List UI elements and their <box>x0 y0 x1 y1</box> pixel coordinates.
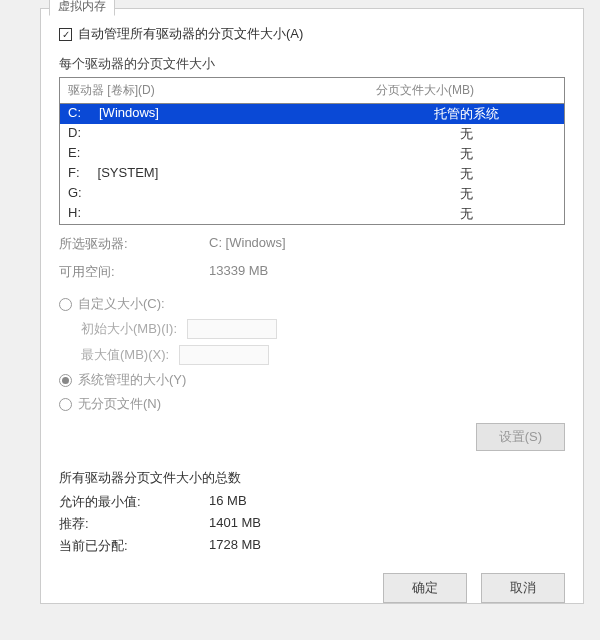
drive-list: 驱动器 [卷标](D) 分页文件大小(MB) C:[Windows]托管的系统D… <box>59 77 565 225</box>
custom-size-label: 自定义大小(C): <box>78 295 165 313</box>
drive-paging-size: 无 <box>376 205 556 223</box>
drive-letter: D: <box>68 125 81 143</box>
drive-letter: F: <box>68 165 80 183</box>
drive-list-item[interactable]: G:无 <box>60 184 564 204</box>
drive-letter: H: <box>68 205 81 223</box>
size-options: 自定义大小(C): 初始大小(MB)(I): 最大值(MB)(X): 系统管理的… <box>59 295 565 413</box>
checkbox-icon: ✓ <box>59 28 72 41</box>
radio-icon <box>59 374 72 387</box>
drive-volume-label: [Windows] <box>99 105 159 123</box>
recommended-label: 推荐: <box>59 515 209 533</box>
initial-size-input[interactable] <box>187 319 277 339</box>
radio-custom-size[interactable]: 自定义大小(C): <box>59 295 565 313</box>
radio-icon <box>59 298 72 311</box>
auto-manage-label: 自动管理所有驱动器的分页文件大小(A) <box>78 25 303 43</box>
totals-header: 所有驱动器分页文件大小的总数 <box>59 469 565 487</box>
max-size-input[interactable] <box>179 345 269 365</box>
currently-allocated-value: 1728 MB <box>209 537 261 555</box>
drive-list-item[interactable]: C:[Windows]托管的系统 <box>60 104 564 124</box>
radio-system-managed[interactable]: 系统管理的大小(Y) <box>59 371 565 389</box>
virtual-memory-dialog: 虚拟内存 ✓ 自动管理所有驱动器的分页文件大小(A) 每个驱动器的分页文件大小 … <box>40 8 584 604</box>
auto-manage-checkbox-row[interactable]: ✓ 自动管理所有驱动器的分页文件大小(A) <box>59 25 565 43</box>
drive-letter: E: <box>68 145 80 163</box>
cancel-button[interactable]: 取消 <box>481 573 565 603</box>
drive-paging-size: 无 <box>376 125 556 143</box>
drive-list-item[interactable]: F:[SYSTEM]无 <box>60 164 564 184</box>
drive-paging-size: 无 <box>376 185 556 203</box>
drive-letter: G: <box>68 185 82 203</box>
min-allowed-label: 允许的最小值: <box>59 493 209 511</box>
each-drive-label: 每个驱动器的分页文件大小 <box>59 55 565 73</box>
drive-list-item[interactable]: D:无 <box>60 124 564 144</box>
ok-button[interactable]: 确定 <box>383 573 467 603</box>
max-size-label: 最大值(MB)(X): <box>81 346 169 364</box>
radio-icon <box>59 398 72 411</box>
radio-no-paging[interactable]: 无分页文件(N) <box>59 395 565 413</box>
header-drive: 驱动器 [卷标](D) <box>68 82 376 99</box>
drive-paging-size: 无 <box>376 145 556 163</box>
free-space-label: 可用空间: <box>59 263 209 281</box>
totals-section: 所有驱动器分页文件大小的总数 允许的最小值: 16 MB 推荐: 1401 MB… <box>59 469 565 555</box>
drive-list-header: 驱动器 [卷标](D) 分页文件大小(MB) <box>60 78 564 103</box>
drive-list-item[interactable]: E:无 <box>60 144 564 164</box>
drive-paging-size: 托管的系统 <box>376 105 556 123</box>
header-size: 分页文件大小(MB) <box>376 82 556 99</box>
currently-allocated-label: 当前已分配: <box>59 537 209 555</box>
recommended-value: 1401 MB <box>209 515 261 533</box>
selected-drive-label: 所选驱动器: <box>59 235 209 253</box>
min-allowed-value: 16 MB <box>209 493 247 511</box>
tab-virtual-memory[interactable]: 虚拟内存 <box>49 0 115 16</box>
set-button[interactable]: 设置(S) <box>476 423 565 451</box>
no-paging-label: 无分页文件(N) <box>78 395 161 413</box>
initial-size-label: 初始大小(MB)(I): <box>81 320 177 338</box>
drive-list-item[interactable]: H:无 <box>60 204 564 224</box>
drive-paging-size: 无 <box>376 165 556 183</box>
free-space-value: 13339 MB <box>209 263 268 281</box>
drive-volume-label: [SYSTEM] <box>98 165 159 183</box>
drive-letter: C: <box>68 105 81 123</box>
system-managed-label: 系统管理的大小(Y) <box>78 371 186 389</box>
selected-drive-value: C: [Windows] <box>209 235 286 253</box>
